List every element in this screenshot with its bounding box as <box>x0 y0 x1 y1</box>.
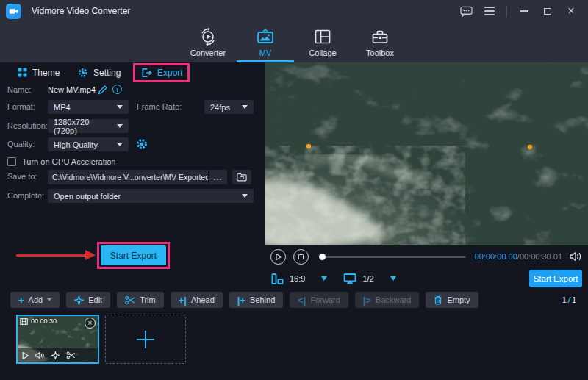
backward-label: Backward <box>376 295 411 304</box>
remove-clip-icon[interactable]: × <box>85 318 96 329</box>
volume-icon[interactable] <box>570 251 582 262</box>
trash-icon <box>434 295 442 305</box>
complete-dropdown[interactable]: Open output folder <box>48 189 254 203</box>
minimize-button[interactable] <box>517 4 531 18</box>
saveto-path-box: C:\Vidmore\Vidmore V...onverter\MV Expor… <box>48 170 227 184</box>
trim-label: Trim <box>140 295 156 304</box>
behind-button[interactable]: |+ Behind <box>229 292 284 308</box>
video-preview-panel: 00:00:00.00/00:00:30.01 16:9 1/2 <box>265 62 588 290</box>
saveto-path: C:\Vidmore\Vidmore V...onverter\MV Expor… <box>48 173 208 182</box>
start-export-callout: Start Export <box>0 242 176 269</box>
menu-icon[interactable] <box>483 4 496 18</box>
forward-button[interactable]: <| Forward <box>290 292 348 308</box>
clip-trim-icon[interactable] <box>66 351 76 359</box>
tab-converter[interactable]: Converter <box>179 22 237 62</box>
chevron-down-icon <box>117 105 123 109</box>
clip-thumbnail[interactable]: 00:00:30 × <box>16 315 99 364</box>
tab-converter-label: Converter <box>190 49 226 57</box>
open-folder-button[interactable] <box>232 170 251 184</box>
saveto-label: Save to: <box>7 172 37 181</box>
quality-label: Quality: <box>7 140 35 148</box>
backward-button[interactable]: |> Backward <box>355 292 420 308</box>
clip-toolbar: + Add Edit Trim +| Ahead |+ Behind <| Fo… <box>0 290 588 310</box>
ahead-button[interactable]: +| Ahead <box>171 292 223 308</box>
clip-volume-icon[interactable] <box>35 351 45 359</box>
tab-setting[interactable]: Setting <box>78 62 121 82</box>
name-row: Name: New MV.mp4 i <box>0 83 265 98</box>
feedback-icon[interactable] <box>459 4 473 18</box>
clip-play-icon[interactable] <box>22 352 29 359</box>
start-export-highlight-box: Start Export <box>97 242 170 269</box>
quality-settings-gear-icon[interactable] <box>136 138 148 150</box>
theme-icon <box>18 68 27 77</box>
page-separator: / <box>568 295 570 304</box>
gpu-checkbox[interactable] <box>7 157 16 166</box>
quality-dropdown[interactable]: High Quality <box>48 137 129 151</box>
close-button[interactable]: × <box>564 4 578 18</box>
tab-export-label: Export <box>157 68 183 78</box>
time-current: 00:00:00.00 <box>475 252 517 261</box>
seek-slider[interactable] <box>319 251 466 262</box>
tab-toolbox-label: Toolbox <box>366 49 394 57</box>
add-label: Add <box>29 295 43 304</box>
framerate-dropdown[interactable]: 24fps <box>204 100 254 114</box>
seek-knob[interactable] <box>319 254 326 260</box>
chevron-down-icon <box>242 194 248 198</box>
edit-button[interactable]: Edit <box>66 292 110 308</box>
screen-page-dropdown[interactable] <box>390 276 396 281</box>
trim-button[interactable]: Trim <box>117 292 164 308</box>
browse-more-button[interactable]: ... <box>208 170 227 184</box>
tab-mv[interactable]: MV <box>237 22 294 62</box>
quality-value: High Quality <box>54 140 98 149</box>
tab-collage[interactable]: Collage <box>294 22 351 62</box>
aspect-ratio-dropdown[interactable] <box>321 276 327 281</box>
behind-label: Behind <box>250 295 275 304</box>
stop-icon <box>298 254 304 259</box>
time-total: /00:00:30.01 <box>517 252 562 261</box>
content-area: Theme Setting Export <box>0 62 588 290</box>
maximize-button[interactable] <box>541 4 554 18</box>
preview-options: 16:9 1/2 Start Export <box>265 268 588 290</box>
video-preview[interactable] <box>265 62 588 245</box>
behind-icon: |+ <box>237 295 245 305</box>
format-dropdown[interactable]: MP4 <box>48 100 129 114</box>
info-icon[interactable]: i <box>112 85 122 94</box>
mv-icon <box>256 27 275 46</box>
seek-track <box>319 256 466 258</box>
time-display: 00:00:00.00/00:00:30.01 <box>475 252 562 261</box>
format-row: Format: MP4 Frame Rate: 24fps <box>0 100 265 115</box>
page-total: 1 <box>572 295 576 304</box>
empty-label: Empty <box>447 295 470 304</box>
start-export-button[interactable]: Start Export <box>101 245 166 265</box>
toolbox-icon <box>370 27 390 46</box>
rename-pencil-icon[interactable] <box>98 85 108 95</box>
complete-value: Open output folder <box>54 192 121 201</box>
chevron-down-icon <box>117 143 123 146</box>
resolution-dropdown[interactable]: 1280x720 (720p) <box>48 119 129 133</box>
scissors-icon <box>125 295 135 305</box>
plus-icon: + <box>18 295 24 305</box>
clip-action-bar <box>18 348 98 362</box>
empty-button[interactable]: Empty <box>426 292 478 308</box>
tab-collage-label: Collage <box>309 49 336 57</box>
clip-duration: 00:00:30 <box>31 318 57 325</box>
clip-edit-icon[interactable] <box>51 351 60 359</box>
preview-start-export-button[interactable]: Start Export <box>529 270 582 287</box>
ahead-label: Ahead <box>191 295 215 304</box>
export-icon <box>141 68 152 78</box>
red-arrow-head <box>85 250 96 260</box>
resolution-row: Resolution: 1280x720 (720p) <box>0 119 265 134</box>
clip-duration-badge: 00:00:30 <box>20 318 57 325</box>
format-label: Format: <box>7 102 35 111</box>
tab-theme[interactable]: Theme <box>18 62 60 82</box>
stop-button[interactable] <box>293 249 309 265</box>
tab-export[interactable]: Export <box>141 62 183 82</box>
add-button[interactable]: + Add <box>10 292 60 308</box>
tab-toolbox[interactable]: Toolbox <box>351 22 409 62</box>
forward-icon: <| <box>298 295 306 305</box>
gpu-label: Turn on GPU Acceleration <box>22 157 115 166</box>
play-button[interactable] <box>270 249 286 265</box>
add-clip-tile[interactable] <box>105 315 186 364</box>
aspect-ratio-value: 16:9 <box>290 274 305 283</box>
app-logo-icon <box>6 4 21 19</box>
